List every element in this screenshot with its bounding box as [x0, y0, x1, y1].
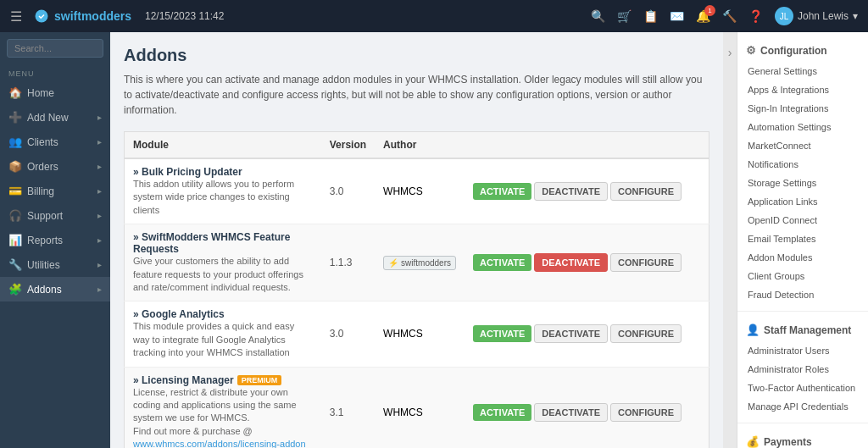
right-sidebar-item[interactable]: Fraud Detection	[737, 285, 868, 304]
table-row: » Bulk Pricing UpdaterThis addon utility…	[125, 158, 709, 224]
menu-toggle-icon[interactable]: ☰	[10, 8, 22, 25]
deactivate-button[interactable]: DEACTIVATE	[534, 182, 608, 201]
utilities-icon: 🔧	[8, 258, 22, 271]
right-sidebar-item[interactable]: Addon Modules	[737, 248, 868, 267]
right-sidebar-item[interactable]: Two-Factor Authentication	[737, 379, 868, 397]
col-module: Module	[125, 132, 321, 159]
sidebar-item-billing[interactable]: 💳Billing ▸	[0, 179, 110, 203]
module-actions: ACTIVATEDEACTIVATECONFIGURE	[465, 367, 709, 448]
add-icon: ➕	[8, 111, 22, 124]
configure-button[interactable]: CONFIGURE	[610, 324, 682, 343]
orders-icon: 📦	[8, 160, 22, 173]
module-actions: ACTIVATEDEACTIVATECONFIGURE	[465, 301, 709, 367]
brand-logo: swiftmodders	[34, 8, 131, 24]
cart-icon[interactable]: 🛒	[617, 9, 632, 23]
right-sidebar-section-header: 👤Staff Management	[737, 318, 868, 341]
right-sidebar-item[interactable]: Client Groups	[737, 267, 868, 285]
activate-button[interactable]: ACTIVATE	[473, 404, 531, 421]
search-container	[0, 32, 110, 64]
navbar-icons: 🔍 🛒 📋 ✉️ 🔔 1 🔨 ❓ JL John Lewis ▾	[591, 7, 858, 25]
module-actions: ACTIVATEDEACTIVATECONFIGURE	[465, 224, 709, 301]
table-row: » SwiftModders WHMCS Feature RequestsGiv…	[125, 224, 709, 301]
help-icon[interactable]: ❓	[748, 9, 763, 23]
right-sidebar-item[interactable]: Administrator Roles	[737, 360, 868, 379]
configure-button[interactable]: CONFIGURE	[610, 253, 682, 272]
right-sidebar-item[interactable]: OpenID Connect	[737, 211, 868, 230]
configure-button[interactable]: CONFIGURE	[610, 403, 682, 422]
section-title: Configuration	[760, 45, 827, 57]
sidebar-item-utilities[interactable]: 🔧Utilities ▸	[0, 252, 110, 277]
deactivate-button[interactable]: DEACTIVATE	[534, 324, 608, 343]
avatar: JL	[775, 7, 793, 25]
datetime: 12/15/2023 11:42	[145, 10, 582, 22]
bell-icon[interactable]: 🔔 1	[696, 9, 710, 23]
deactivate-button[interactable]: DEACTIVATE	[534, 253, 608, 272]
right-sidebar-section: 💰PaymentsCurrencies	[737, 423, 868, 448]
section-title: Staff Management	[764, 324, 851, 336]
author-logo-badge: ⚡swiftmodders	[383, 256, 456, 270]
sidebar-item-label: Reports	[27, 235, 63, 246]
section-title: Payments	[764, 436, 812, 448]
navbar: ☰ swiftmodders 12/15/2023 11:42 🔍 🛒 📋 ✉️…	[0, 0, 868, 32]
activate-button[interactable]: ACTIVATE	[473, 325, 531, 342]
sidebar-collapse-arrow[interactable]: ›	[723, 32, 737, 448]
activate-button[interactable]: ACTIVATE	[473, 254, 531, 271]
module-version: 3.0	[321, 158, 375, 224]
chevron-icon: ▸	[97, 186, 102, 196]
activate-button[interactable]: ACTIVATE	[473, 183, 531, 200]
module-desc: This addon utility allows you to perform…	[133, 178, 313, 217]
sidebar: MENU 🏠 Home ➕Add New ▸ 👥Clients ▸ 📦Order…	[0, 32, 110, 448]
right-sidebar-item[interactable]: General Settings	[737, 62, 868, 80]
user-menu[interactable]: JL John Lewis ▾	[775, 7, 858, 25]
email-icon[interactable]: ✉️	[670, 9, 684, 23]
sidebar-item-clients[interactable]: 👥Clients ▸	[0, 130, 110, 154]
section-icon: 👤	[746, 324, 760, 336]
sidebar-item-orders[interactable]: 📦Orders ▸	[0, 154, 110, 179]
chevron-icon: ▸	[97, 285, 102, 294]
right-sidebar-item[interactable]: Sign-In Integrations	[737, 99, 868, 118]
sidebar-item-support[interactable]: 🎧Support ▸	[0, 203, 110, 228]
right-sidebar-section: 👤Staff ManagementAdministrator UsersAdmi…	[737, 312, 868, 423]
module-desc: License, restrict & distribute your own …	[133, 386, 313, 448]
sidebar-item-addons[interactable]: 🧩Addons ▸	[0, 277, 110, 301]
right-sidebar-item[interactable]: Email Templates	[737, 230, 868, 248]
module-desc: Give your customers the ability to add f…	[133, 255, 313, 294]
module-name: » Licensing ManagerPREMIUM	[133, 374, 281, 386]
right-sidebar-section-header: 💰Payments	[737, 430, 868, 448]
deactivate-button[interactable]: DEACTIVATE	[534, 403, 608, 422]
right-sidebar-item[interactable]: Administrator Users	[737, 341, 868, 360]
list-icon[interactable]: 📋	[643, 9, 658, 23]
right-sidebar-item[interactable]: MarketConnect	[737, 136, 868, 155]
premium-badge: PREMIUM	[237, 375, 282, 385]
right-sidebar-item[interactable]: Manage API Credentials	[737, 397, 868, 416]
section-icon: 💰	[746, 435, 760, 448]
right-sidebar: ⚙ConfigurationGeneral SettingsApps & Int…	[737, 32, 868, 448]
addons-icon: 🧩	[8, 283, 22, 296]
right-sidebar-item[interactable]: Apps & Integrations	[737, 80, 868, 99]
sidebar-item-add-new[interactable]: ➕Add New ▸	[0, 105, 110, 130]
module-name: » Bulk Pricing Updater	[133, 166, 242, 178]
search-input[interactable]	[7, 39, 103, 58]
sidebar-item-label: Clients	[27, 136, 58, 148]
right-sidebar-item[interactable]: Notifications	[737, 155, 868, 174]
module-author: WHMCS	[375, 367, 465, 448]
page-title: Addons	[124, 46, 709, 65]
chevron-icon: ▸	[97, 162, 102, 171]
support-icon: 🎧	[8, 209, 22, 222]
configure-button[interactable]: CONFIGURE	[610, 182, 682, 201]
right-sidebar-item[interactable]: Application Links	[737, 192, 868, 211]
home-icon: 🏠	[8, 86, 22, 99]
module-name: » SwiftModders WHMCS Feature Requests	[133, 231, 290, 255]
chevron-icon: ▸	[97, 260, 102, 269]
sidebar-item-home[interactable]: 🏠 Home	[0, 80, 110, 105]
right-sidebar-item[interactable]: Automation Settings	[737, 118, 868, 136]
tools-icon[interactable]: 🔨	[722, 9, 737, 23]
chevron-right-icon: ›	[728, 46, 732, 59]
module-author: ⚡swiftmodders	[375, 224, 465, 301]
module-version: 3.1	[321, 367, 375, 448]
sidebar-item-reports[interactable]: 📊Reports ▸	[0, 228, 110, 252]
module-link[interactable]: www.whmcs.com/addons/licensing-addon	[133, 439, 306, 448]
sidebar-item-label: Billing	[27, 185, 54, 197]
right-sidebar-item[interactable]: Storage Settings	[737, 174, 868, 192]
search-icon[interactable]: 🔍	[591, 9, 605, 23]
